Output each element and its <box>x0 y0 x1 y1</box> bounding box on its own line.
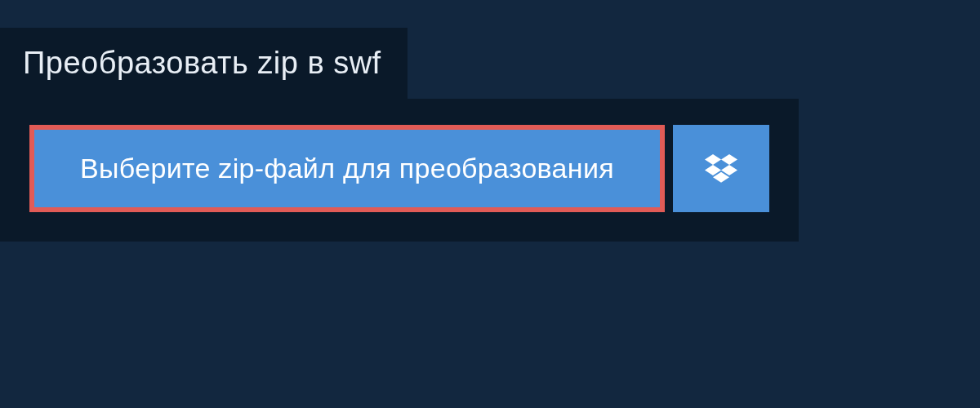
select-file-button[interactable]: Выберите zip-файл для преобразования <box>29 125 665 212</box>
converter-panel: Выберите zip-файл для преобразования <box>0 99 799 242</box>
page-tab: Преобразовать zip в swf <box>0 28 408 99</box>
dropbox-icon <box>705 154 737 184</box>
button-row: Выберите zip-файл для преобразования <box>29 125 769 212</box>
dropbox-button[interactable] <box>673 125 769 212</box>
select-file-label: Выберите zip-файл для преобразования <box>80 153 614 184</box>
page-title: Преобразовать zip в swf <box>23 46 381 81</box>
